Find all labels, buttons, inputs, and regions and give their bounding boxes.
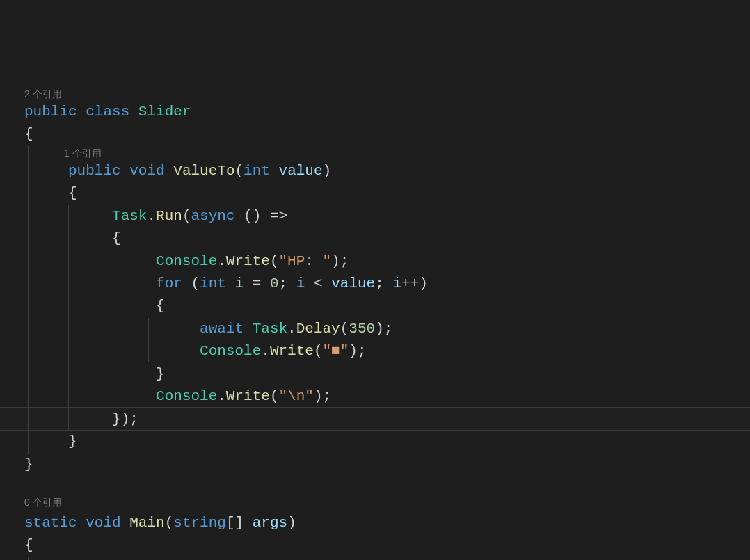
var-i: i — [234, 275, 244, 291]
indent-guide — [148, 318, 149, 362]
keyword-for: for — [156, 275, 182, 291]
indent-guide — [109, 250, 109, 409]
paren: ( — [314, 343, 323, 359]
brace-open: { — [24, 126, 33, 142]
semicolon: ; — [384, 321, 393, 337]
dot: . — [147, 208, 156, 224]
keyword-public: public — [68, 163, 121, 179]
method-delay: Delay — [296, 321, 340, 337]
class-task: Task — [253, 321, 287, 337]
indent-guide — [28, 146, 29, 454]
class-console: Console — [156, 388, 217, 404]
codelens-main[interactable]: 0 个引用 — [24, 495, 62, 509]
paren: ) — [121, 411, 130, 427]
code-line[interactable]: }); — [24, 408, 138, 431]
class-console: Console — [200, 343, 261, 359]
empty-parens: () — [244, 208, 261, 224]
var-i: i — [392, 275, 401, 291]
paren: ( — [182, 208, 191, 224]
paren: ) — [323, 163, 332, 179]
code-line[interactable]: public void ValueTo(int value) — [24, 160, 331, 183]
class-name: Slider — [138, 104, 191, 120]
semicolon: ; — [279, 275, 288, 291]
code-line[interactable]: public class Slider — [24, 101, 191, 124]
brace-close: } — [68, 433, 77, 449]
code-line[interactable]: { — [24, 182, 77, 205]
code-line[interactable]: { — [24, 534, 33, 557]
keyword-class: class — [86, 104, 129, 120]
brace-close: } — [156, 366, 165, 382]
brackets: [] — [226, 515, 244, 531]
code-line[interactable]: } — [24, 454, 33, 477]
code-line[interactable]: await Task.Delay(350); — [24, 318, 392, 341]
class-task: Task — [112, 208, 147, 224]
codelens-valueto[interactable]: 1 个引用 — [64, 146, 102, 160]
dot: . — [217, 253, 226, 269]
code-line[interactable]: Slider slider = new Slider(); — [24, 557, 323, 560]
code-line[interactable]: static void Main(string[] args) — [24, 512, 296, 535]
code-line[interactable]: { — [24, 123, 33, 146]
brace-open: { — [68, 185, 77, 201]
brace-close: } — [24, 456, 33, 472]
paren: ) — [314, 388, 323, 404]
number-350: 350 — [349, 321, 375, 337]
lambda-arrow: => — [270, 208, 287, 224]
keyword-int: int — [244, 163, 270, 179]
equals: = — [253, 275, 262, 291]
method-write: Write — [226, 253, 270, 269]
dot: . — [261, 343, 270, 359]
indent-guide — [68, 205, 69, 431]
brace-open: { — [156, 298, 165, 314]
paren: ) — [375, 321, 384, 337]
less-than: < — [314, 275, 323, 291]
keyword-void: void — [86, 515, 120, 531]
method-write: Write — [226, 388, 270, 404]
paren: ) — [419, 275, 428, 291]
var-i: i — [296, 275, 305, 291]
paren: ( — [270, 253, 279, 269]
semicolon: ; — [129, 411, 138, 427]
string-literal: "■" — [323, 343, 349, 359]
code-line[interactable]: { — [24, 295, 165, 318]
method-main: Main — [129, 515, 164, 531]
paren: ( — [165, 515, 174, 531]
keyword-void: void — [129, 163, 164, 179]
code-line[interactable]: Task.Run(async () => — [24, 205, 287, 228]
string-literal: "\n" — [278, 388, 313, 404]
brace-close: } — [112, 411, 121, 427]
method-name: ValueTo — [173, 163, 234, 179]
paren: ( — [235, 163, 244, 179]
param-value: value — [279, 163, 323, 179]
class-console: Console — [156, 253, 217, 269]
dot: . — [287, 321, 296, 337]
code-line[interactable]: Console.Write("\n"); — [24, 385, 331, 408]
dot: . — [217, 388, 226, 404]
increment: ++ — [401, 275, 419, 291]
code-line[interactable]: { — [24, 227, 121, 250]
brace-open: { — [24, 537, 33, 553]
code-editor[interactable]: 2 个引用 public class Slider { 1 个引用 public… — [0, 90, 750, 560]
code-line[interactable]: for (int i = 0; i < value; i++) — [24, 273, 428, 296]
paren: ( — [270, 388, 279, 404]
param-value: value — [331, 275, 375, 291]
method-run: Run — [156, 208, 182, 224]
paren: ) — [287, 515, 296, 531]
paren: ) — [331, 253, 340, 269]
code-line[interactable]: Console.Write("HP: "); — [24, 250, 349, 273]
code-line[interactable]: } — [24, 431, 77, 454]
code-line[interactable]: } — [24, 363, 165, 386]
code-line[interactable]: Console.Write("■"); — [24, 340, 367, 363]
codelens-slider[interactable]: 2 个引用 — [24, 87, 62, 101]
paren: ( — [340, 321, 349, 337]
paren: ( — [191, 275, 200, 291]
string-literal: "HP: " — [278, 253, 331, 269]
keyword-int: int — [200, 275, 226, 291]
paren: ) — [349, 343, 358, 359]
brace-open: { — [112, 230, 121, 246]
keyword-string: string — [173, 515, 226, 531]
indent-guide — [28, 557, 29, 560]
semicolon: ; — [375, 275, 384, 291]
keyword-public: public — [24, 104, 77, 120]
semicolon: ; — [358, 343, 367, 359]
keyword-await: await — [200, 321, 244, 337]
